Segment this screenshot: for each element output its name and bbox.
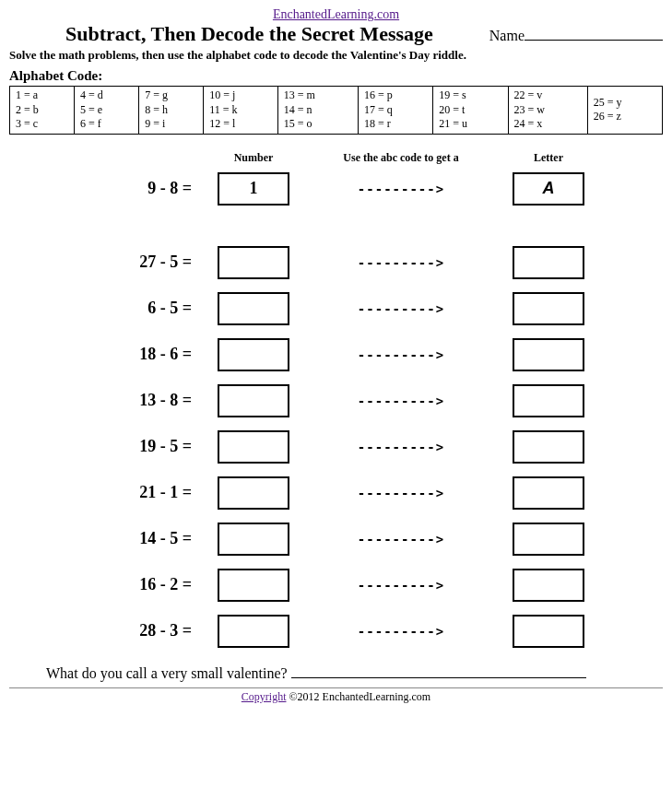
number-box[interactable] [218,476,289,510]
letter-box[interactable] [513,476,584,510]
code-entry: 20 = t [439,103,501,118]
problem-row: 13 - 8 =---------> [9,384,663,417]
problem-row: 27 - 5 =---------> [9,246,663,279]
problem-text: 28 - 3 = [9,621,212,640]
letter-box[interactable] [513,338,584,371]
code-cell: 10 = j11 = k12 = l [204,87,277,135]
problem-row: 9 - 8 =1--------->A [9,172,663,206]
problem-text: 21 - 1 = [9,483,212,502]
arrow: ---------> [295,347,507,362]
code-entry: 24 = x [514,117,582,132]
problem-row: 14 - 5 =---------> [9,523,663,556]
code-entry: 3 = c [16,117,68,132]
arrow: ---------> [295,624,507,639]
problem-text: 6 - 5 = [9,299,212,318]
code-entry: 15 = o [284,117,352,132]
arrow: ---------> [295,301,507,316]
arrow: ---------> [295,486,507,500]
code-entry: 7 = g [145,88,197,103]
arrow: ---------> [295,440,507,454]
code-entry: 22 = v [514,88,582,103]
problem-text: 27 - 5 = [9,253,212,272]
page-title: Subtract, Then Decode the Secret Message [9,22,489,46]
name-label: Name [489,28,525,43]
code-cell: 22 = v23 = w24 = x [508,87,587,135]
number-box[interactable] [218,246,289,279]
code-cell: 7 = g8 = h9 = i [139,87,204,135]
footer: Copyright ©2012 EnchantedLearning.com [9,690,663,704]
code-entry: 12 = l [209,117,271,132]
code-entry: 25 = y [594,96,656,111]
alphabet-code-table: 1 = a2 = b3 = c4 = d5 = e6 = f7 = g8 = h… [9,86,663,135]
code-entry: 14 = n [284,103,352,118]
code-cell: 19 = s20 = t21 = u [433,87,508,135]
header-number: Number [212,151,295,165]
code-entry: 21 = u [439,117,501,132]
header-letter: Letter [507,151,590,165]
column-headers: Number Use the abc code to get a Letter [9,151,663,165]
number-box[interactable]: 1 [218,172,289,206]
code-entry: 13 = m [284,88,352,103]
code-cell: 13 = m14 = n15 = o [277,87,358,135]
number-box[interactable] [218,292,289,325]
problem-text: 16 - 2 = [9,575,212,594]
number-box[interactable] [218,430,289,464]
code-entry: 10 = j [209,88,271,103]
code-cell: 16 = p17 = q18 = r [359,87,433,135]
problem-row: 6 - 5 =---------> [9,292,663,325]
code-entry: 8 = h [145,103,197,118]
arrow: ---------> [295,532,507,546]
riddle-question: What do you call a very small valentine? [46,664,663,682]
code-entry: 16 = p [364,88,427,103]
number-box[interactable] [218,615,289,648]
problem-row: 28 - 3 =---------> [9,615,663,648]
code-entry: 2 = b [16,103,68,118]
letter-box[interactable] [513,615,584,648]
site-link[interactable]: EnchantedLearning.com [9,7,663,22]
number-box[interactable] [218,569,289,602]
letter-box[interactable] [513,430,584,464]
footer-text: ©2012 EnchantedLearning.com [286,690,430,703]
code-entry: 26 = z [594,110,656,124]
code-entry: 6 = f [80,117,133,132]
arrow: ---------> [295,255,507,270]
problem-text: 14 - 5 = [9,529,212,548]
name-field: Name [489,27,663,44]
letter-box[interactable] [513,292,584,325]
alphabet-code-label: Alphabet Code: [9,68,663,84]
problem-row: 21 - 1 =---------> [9,476,663,510]
problem-row: 16 - 2 =---------> [9,569,663,602]
code-entry: 17 = q [364,103,427,118]
problem-row: 19 - 5 =---------> [9,430,663,464]
letter-box[interactable]: A [513,172,584,206]
arrow: ---------> [295,578,507,593]
instructions: Solve the math problems, then use the al… [9,48,663,63]
riddle-blank-line[interactable] [291,664,586,678]
name-blank-line[interactable] [525,27,663,41]
code-cell: 1 = a2 = b3 = c [10,87,75,135]
number-box[interactable] [218,523,289,556]
copyright-link[interactable]: Copyright [242,690,287,703]
letter-box[interactable] [513,384,584,417]
problem-text: 19 - 5 = [9,437,212,456]
code-entry: 18 = r [364,117,427,132]
code-cell: 4 = d5 = e6 = f [75,87,139,135]
header-middle: Use the abc code to get a [295,151,507,165]
code-entry: 11 = k [209,103,271,118]
arrow: ---------> [295,394,507,408]
letter-box[interactable] [513,569,584,602]
number-box[interactable] [218,384,289,417]
code-entry: 9 = i [145,117,197,132]
arrow: ---------> [295,182,507,196]
letter-box[interactable] [513,246,584,279]
number-box[interactable] [218,338,289,371]
code-entry: 23 = w [514,103,582,118]
problem-text: 9 - 8 = [9,179,212,198]
problem-row: 18 - 6 =---------> [9,338,663,371]
code-entry: 1 = a [16,88,68,103]
problem-text: 13 - 8 = [9,391,212,410]
code-entry: 5 = e [80,103,133,118]
letter-box[interactable] [513,523,584,556]
code-cell: 25 = y26 = z [587,87,662,135]
riddle-text: What do you call a very small valentine? [46,665,291,681]
